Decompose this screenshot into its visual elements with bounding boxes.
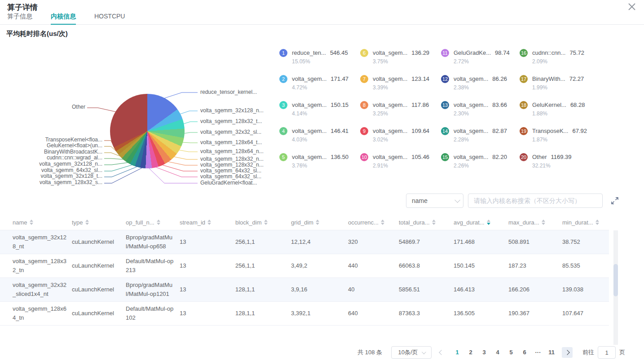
legend-item[interactable]: 9 volta_sgem...109.64 3.02%: [360, 127, 441, 147]
sort-carets[interactable]: [542, 220, 545, 225]
legend-item[interactable]: 2 volta_sgem...171.47 4.72%: [279, 75, 360, 95]
pie-slice-label: volta_sgemm_32x128_t...: [0, 173, 102, 179]
rank-badge: 15: [441, 153, 449, 161]
prev-page-button[interactable]: [436, 347, 447, 358]
page-number[interactable]: 6: [519, 347, 530, 358]
column-header-occurrences[interactable]: occurrenc...: [348, 219, 399, 226]
tab-hostcpu[interactable]: HOSTCPU: [94, 13, 125, 24]
sort-carets[interactable]: [381, 220, 384, 225]
rank-badge: 12: [441, 75, 449, 83]
column-header-block-dim[interactable]: block_dim: [235, 219, 291, 226]
sort-carets[interactable]: [207, 220, 211, 225]
legend-item[interactable]: 8 volta_sgem...117.86 3.25%: [360, 101, 441, 121]
legend-item[interactable]: 18 GeluKernel...68.28 1.88%: [520, 101, 607, 121]
scrollbar-thumb[interactable]: [613, 264, 618, 296]
legend-item[interactable]: 6 volta_sgem...136.29 3.75%: [360, 48, 441, 69]
column-label: occurrenc...: [348, 219, 379, 226]
column-header-avg-duration[interactable]: avg_durat...: [454, 219, 508, 226]
column-header-min-duration[interactable]: min_durat...: [562, 219, 609, 226]
operator-detail-dialog: 算子详情 算子信息 内核信息 HOSTCPU 平均耗时排名(us/次): [0, 0, 644, 361]
legend-item[interactable]: 10 volta_sgem...105.46 2.91%: [360, 153, 441, 173]
pie-chart[interactable]: [110, 94, 185, 168]
legend-item[interactable]: 17 BinaryWith...72.27 1.99%: [520, 75, 607, 95]
legend-item[interactable]: 14 volta_sgem...82.87 2.28%: [441, 127, 520, 147]
column-header-op-full-name[interactable]: op_full_n...: [126, 219, 180, 226]
pie-slice-label: reduce_tensor_kernel...: [200, 89, 257, 95]
cell-type: cuLaunchKernel: [72, 306, 126, 321]
column-header-grid-dim[interactable]: grid_dim: [291, 219, 348, 226]
sort-carets[interactable]: [85, 220, 89, 225]
search-field-select[interactable]: name: [406, 194, 463, 208]
legend-kernel-name: volta_sgem...: [292, 101, 326, 108]
cell-grid-dim: 3,49,2: [291, 259, 348, 273]
column-header-total-duration[interactable]: total_dura...: [399, 219, 454, 226]
page-number[interactable]: 3: [478, 347, 490, 358]
sort-carets[interactable]: [432, 220, 436, 225]
kernel-search-input[interactable]: [468, 194, 603, 208]
legend-item[interactable]: 15 volta_sgem...82.20 2.26%: [441, 153, 520, 173]
chevron-down-icon: [454, 197, 460, 203]
table-row[interactable]: volta_sgemm_128x32_tn cuLaunchKernel Def…: [0, 254, 609, 278]
pie-slice-label: volta_sgemm_64x32_sl...: [200, 173, 261, 180]
expand-icon: [611, 197, 619, 205]
sort-carets[interactable]: [30, 220, 33, 225]
tab-kernel-info[interactable]: 内核信息: [51, 13, 76, 24]
legend-value: 1169.39: [551, 154, 572, 160]
legend-item[interactable]: 3 volta_sgem...150.15 4.14%: [279, 101, 360, 121]
column-label: total_dura...: [399, 219, 430, 226]
sort-carets[interactable]: [316, 220, 319, 225]
page-number[interactable]: 11: [546, 347, 557, 358]
legend-item[interactable]: 4 volta_sgem...146.41 4.03%: [279, 127, 360, 147]
fullscreen-button[interactable]: [611, 197, 619, 205]
sort-carets[interactable]: [157, 220, 160, 225]
sort-carets[interactable]: [264, 220, 268, 225]
legend-item[interactable]: 11 GeluGradKe...98.74 2.72%: [441, 48, 520, 69]
legend-value: 82.20: [492, 154, 507, 160]
page-number[interactable]: 5: [505, 347, 517, 358]
legend-percent: 2.26%: [454, 163, 507, 169]
page-number[interactable]: 1: [451, 347, 463, 358]
legend-kernel-name: volta_sgem...: [373, 49, 407, 56]
cell-block-dim: 256,1,1: [235, 259, 291, 273]
page-number[interactable]: 4: [492, 347, 503, 358]
page-number[interactable]: ···: [532, 347, 544, 358]
legend-item[interactable]: 7 volta_sgem...123.14 3.39%: [360, 75, 441, 95]
table-row[interactable]: volta_sgemm_32x32_sliced1x4_nt cuLaunchK…: [0, 278, 609, 302]
next-page-button[interactable]: [562, 347, 573, 358]
legend-percent: 3.02%: [373, 136, 429, 143]
cell-type: cuLaunchKernel: [72, 235, 126, 249]
legend-item[interactable]: 12 volta_sgem...86.26 2.38%: [441, 75, 520, 95]
column-header-stream-id[interactable]: stream_id: [180, 219, 235, 226]
legend-item[interactable]: 19 TransposeK...67.92 1.87%: [520, 127, 607, 147]
table-toolbar: name: [0, 194, 644, 209]
legend-kernel-name: volta_sgem...: [373, 154, 407, 160]
page-size-select[interactable]: 10条/页: [391, 346, 432, 359]
tab-operator-info[interactable]: 算子信息: [7, 13, 32, 24]
sort-carets[interactable]: [595, 220, 599, 225]
rank-badge: 1: [279, 49, 287, 57]
cell-stream-id: 13: [180, 282, 235, 297]
close-button[interactable]: [626, 1, 638, 13]
rank-badge: 2: [279, 75, 287, 83]
table-scrollbar[interactable]: [613, 230, 618, 345]
legend-item[interactable]: 13 volta_sgem...83.66 2.30%: [441, 101, 520, 121]
column-header-max-duration[interactable]: max_dura...: [508, 219, 562, 226]
legend-item[interactable]: 16 cudnn::cnn...75.72 2.09%: [520, 48, 607, 69]
sort-carets[interactable]: [487, 220, 490, 225]
legend-value: 136.29: [411, 49, 429, 56]
cell-name: volta_sgemm_32x128_nt: [13, 230, 72, 254]
cell-grid-dim: 3,392,1: [291, 306, 348, 321]
legend-percent: 2.38%: [454, 84, 507, 91]
legend-item[interactable]: 5 volta_sgem...136.50 3.76%: [279, 153, 360, 173]
cell-max-duration: 166.206: [508, 282, 562, 297]
legend-kernel-name: volta_sgem...: [373, 128, 407, 134]
column-header-name[interactable]: name: [13, 219, 72, 226]
legend-kernel-name: volta_sgem...: [373, 75, 407, 82]
page-number[interactable]: 2: [465, 347, 476, 358]
legend-item[interactable]: 1 reduce_ten...546.45 15.05%: [279, 48, 360, 69]
table-row[interactable]: volta_sgemm_32x128_nt cuLaunchKernel Bpr…: [0, 230, 609, 254]
column-header-type[interactable]: type: [72, 219, 126, 226]
goto-page-input[interactable]: [598, 346, 616, 359]
table-row[interactable]: volta_sgemm_128x64_tn cuLaunchKernel Def…: [0, 302, 609, 326]
legend-item[interactable]: 20 Other1169.39 32.21%: [520, 153, 607, 173]
